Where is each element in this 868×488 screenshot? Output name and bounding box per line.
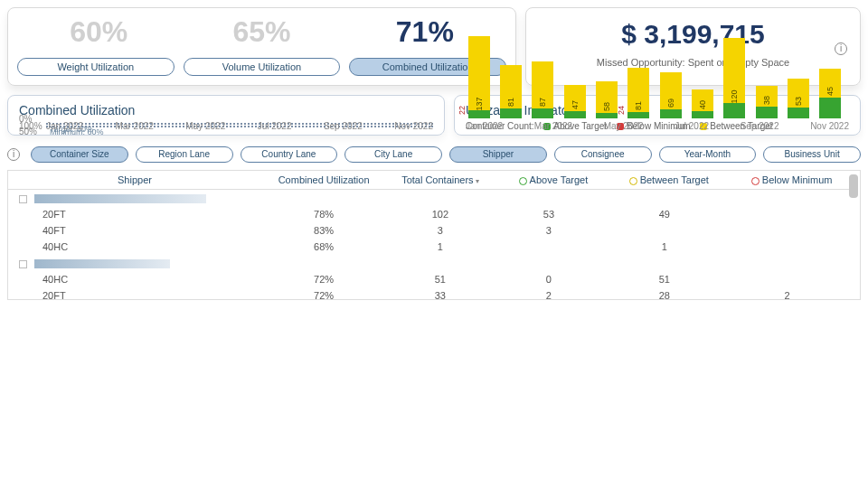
table-group-row[interactable] [8,190,849,207]
x-tick: Jan 2022 [46,121,83,131]
x-tick: Sep 2022 [324,121,363,131]
combined-utilization-chart: 100% 50% 0% Target: 80% Minimum: 60% Jan… [19,121,433,131]
x-tick: Jan 2022 [466,121,503,131]
col-below-minimum[interactable]: Below Minimum [725,171,849,190]
indicator-bar: 69 [660,72,682,118]
x-tick: Mar 2022 [116,121,154,131]
legend-dot-icon [751,177,760,185]
x-tick: May 2022 [604,121,644,131]
filter-shipper[interactable]: Shipper [449,146,547,163]
table-row[interactable]: 40FT83%33 [8,222,849,239]
tab-weight-utilization[interactable]: Weight Utilization [17,58,175,76]
col-combined-utilization[interactable]: Combined Utilization [261,171,386,190]
info-icon[interactable]: i [7,148,20,161]
filter-consignee[interactable]: Consignee [554,146,652,163]
indicator-bar: 87 [532,61,553,118]
missed-opportunity-label: Missed Opportunity: Spent on Empty Space [535,57,851,68]
shipper-table: ShipperCombined UtilizationTotal Contain… [8,171,849,300]
legend-dot-icon [629,177,637,185]
filter-row: i Container SizeRegion LaneCountry LaneC… [7,146,861,163]
filter-country-lane[interactable]: Country Lane [241,146,338,163]
col-between-target[interactable]: Between Target [603,171,725,190]
table-row[interactable]: 40HC72%51051 [8,271,849,287]
kpi-volume-value: 65% [232,15,290,49]
x-tick: May 2022 [185,121,225,131]
indicator-bar: 120 [723,38,745,118]
col-above-target[interactable]: Above Target [495,171,604,190]
x-tick: Mar 2022 [534,121,572,131]
filter-region-lane[interactable]: Region Lane [136,146,233,163]
kpi-combined-value: 71% [396,15,454,49]
indicator-bar: 53 [788,79,809,118]
indicator-bar: 38 [756,86,778,118]
shipper-bar [34,194,206,203]
checkbox-icon[interactable] [19,195,27,203]
utilization-indicator-panel: Utilization Indicator Container Count: A… [454,95,861,136]
col-total-containers[interactable]: Total Containers▾ [386,171,494,190]
info-icon[interactable]: i [835,42,847,55]
shipper-table-wrap: ShipperCombined UtilizationTotal Contain… [7,170,861,300]
kpi-tab-row: Weight Utilization Volume Utilization Co… [17,58,506,76]
table-row[interactable]: 20FT78%1025349 [8,206,849,222]
shipper-bar [34,259,170,268]
combined-x-axis: Jan 2022 Mar 2022 May 2022 Jul 2022 Sep … [46,121,433,131]
vertical-scrollbar[interactable] [849,174,858,296]
checkbox-icon[interactable] [19,260,27,268]
filter-business-unit[interactable]: Business Unit [763,146,861,163]
y-tick: 0% [19,114,32,124]
kpi-missed-card: $ 3,199,715 Missed Opportunity: Spent on… [525,7,861,86]
col-shipper[interactable]: Shipper [8,171,261,190]
indicator-bar: 137 [468,36,490,118]
x-tick: Sep 2022 [741,121,779,131]
below-min-label: 22 [458,106,467,115]
below-min-label: 24 [617,106,626,115]
y-tick: 50% [19,127,37,136]
kpi-weight-value: 60% [70,15,127,49]
indicator-x-axis: Jan 2022 Mar 2022 May 2022 Jul 2022 Sep … [466,121,849,131]
indicator-bar: 45 [819,69,841,118]
table-row[interactable]: 40HC68%11 [8,239,849,255]
table-row[interactable]: 20FT72%332282 [8,287,849,300]
indicator-bar: 47 [564,85,586,118]
missed-opportunity-value: $ 3,199,715 [535,19,851,50]
x-tick: Nov 2022 [394,121,433,131]
tab-volume-utilization[interactable]: Volume Utilization [184,58,341,76]
x-tick: Jul 2022 [675,121,709,131]
x-tick: Jul 2022 [258,121,292,131]
table-group-row[interactable] [8,255,849,271]
indicator-bar: 81 [500,65,522,118]
combined-utilization-title: Combined Utilization [19,103,433,117]
filter-container-size[interactable]: Container Size [31,146,128,163]
filter-city-lane[interactable]: City Lane [344,146,442,163]
x-tick: Nov 2022 [810,121,849,131]
combined-utilization-panel: Combined Utilization 100% 50% 0% Target:… [7,95,445,136]
indicator-bar: 40 [692,89,713,118]
kpi-utilization-card: 60% 65% 71% Weight Utilization Volume Ut… [7,7,516,86]
filter-year-month[interactable]: Year-Month [659,146,757,163]
legend-dot-icon [519,177,527,185]
scrollbar-thumb[interactable] [849,174,858,198]
indicator-bar: 58 [596,81,618,118]
indicator-bar: 81 [627,68,649,118]
